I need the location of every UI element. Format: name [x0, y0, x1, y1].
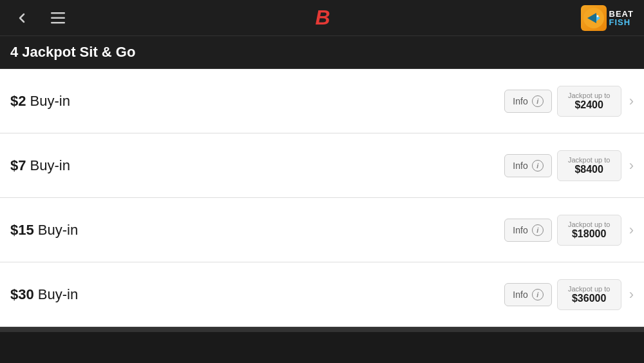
info-circle-icon: i	[532, 289, 544, 300]
chevron-right-icon: ›	[629, 157, 634, 174]
info-button[interactable]: Info i	[504, 219, 551, 242]
beatfish-logo: BEAT FISH	[581, 5, 634, 31]
list-container: $2 Buy-in Info i Jackpot up to $2400 › $…	[0, 69, 644, 327]
buy-in-label: $7 Buy-in	[10, 157, 70, 174]
buy-in-text: Buy-in	[30, 157, 70, 173]
jackpot-amount: $36000	[572, 293, 606, 304]
info-circle-icon: i	[532, 224, 544, 236]
list-item-item-15[interactable]: $15 Buy-in Info i Jackpot up to $18000 ›	[0, 198, 644, 262]
list-item-item-7[interactable]: $7 Buy-in Info i Jackpot up to $8400 ›	[0, 133, 644, 198]
info-button[interactable]: Info i	[504, 154, 551, 177]
bottom-bar	[0, 327, 644, 332]
svg-rect-1	[51, 17, 65, 19]
jackpot-up-to-label: Jackpot up to	[568, 156, 610, 164]
list-item-item-2[interactable]: $2 Buy-in Info i Jackpot up to $2400 ›	[0, 69, 644, 133]
header-left	[10, 6, 70, 30]
buy-in-text: Buy-in	[30, 93, 70, 109]
page-title: 4 Jackpot Sit & Go	[10, 44, 634, 61]
list-item-right: Info i Jackpot up to $8400 ›	[504, 150, 634, 181]
info-label: Info	[513, 161, 527, 171]
jackpot-amount: $8400	[574, 164, 603, 175]
jackpot-info: Jackpot up to $36000	[557, 279, 621, 310]
buy-in-amount: $30	[10, 286, 34, 302]
list-item-right: Info i Jackpot up to $18000 ›	[504, 215, 634, 246]
info-label: Info	[513, 96, 527, 106]
chevron-right-icon: ›	[629, 286, 634, 303]
buy-in-label: $2 Buy-in	[10, 93, 70, 110]
info-circle-icon: i	[532, 160, 544, 172]
info-button[interactable]: Info i	[504, 283, 551, 306]
menu-button[interactable]	[46, 6, 70, 30]
jackpot-up-to-label: Jackpot up to	[568, 285, 610, 293]
svg-point-6	[596, 15, 598, 17]
buy-in-text: Buy-in	[38, 286, 78, 302]
buy-in-text: Buy-in	[38, 222, 78, 238]
list-item-right: Info i Jackpot up to $36000 ›	[504, 279, 634, 310]
jackpot-info: Jackpot up to $8400	[557, 150, 621, 181]
buy-in-label: $15 Buy-in	[10, 222, 78, 239]
chevron-right-icon: ›	[629, 93, 634, 110]
info-label: Info	[513, 289, 527, 300]
jackpot-info: Jackpot up to $2400	[557, 86, 621, 117]
buy-in-label: $30 Buy-in	[10, 286, 78, 303]
beatfish-text: BEAT FISH	[609, 10, 634, 26]
list-item-item-30[interactable]: $30 Buy-in Info i Jackpot up to $36000 ›	[0, 262, 644, 327]
beat-label: BEAT	[609, 10, 634, 18]
jackpot-info: Jackpot up to $18000	[557, 215, 621, 246]
buy-in-amount: $2	[10, 93, 26, 109]
info-label: Info	[513, 225, 527, 235]
jackpot-amount: $2400	[574, 99, 603, 111]
chevron-right-icon: ›	[629, 222, 634, 239]
buy-in-amount: $15	[10, 222, 34, 238]
jackpot-amount: $18000	[572, 228, 606, 240]
header-logo: B	[315, 6, 328, 30]
info-button[interactable]: Info i	[504, 90, 551, 113]
beatfish-icon	[581, 5, 607, 31]
info-circle-icon: i	[532, 95, 544, 107]
logo-icon: B	[315, 6, 328, 30]
svg-rect-0	[51, 12, 65, 14]
back-button[interactable]	[10, 6, 33, 30]
list-item-right: Info i Jackpot up to $2400 ›	[504, 86, 634, 117]
buy-in-amount: $7	[10, 157, 26, 173]
svg-rect-2	[51, 22, 65, 24]
jackpot-up-to-label: Jackpot up to	[568, 221, 610, 228]
header: B BEAT FISH	[0, 0, 644, 36]
fish-label: FISH	[609, 18, 634, 26]
page-title-bar: 4 Jackpot Sit & Go	[0, 36, 644, 69]
jackpot-up-to-label: Jackpot up to	[568, 92, 610, 99]
